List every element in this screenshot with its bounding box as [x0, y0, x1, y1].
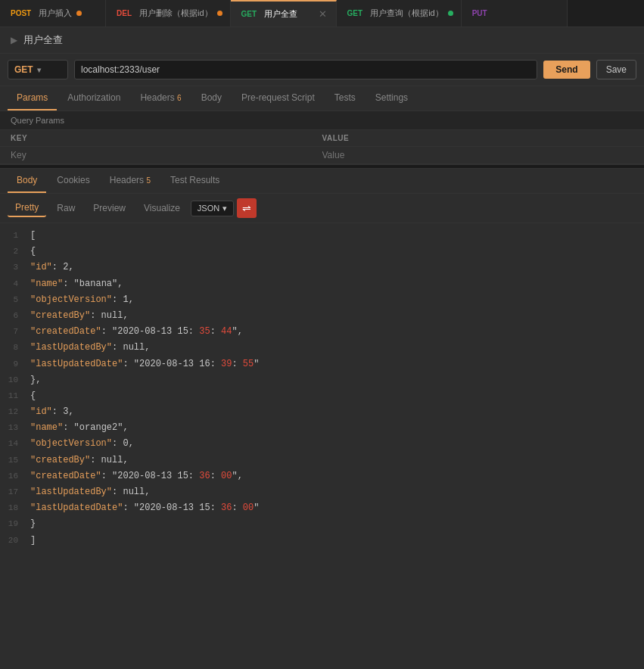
tab-tests-label: Tests: [334, 92, 356, 103]
tab-del-delete[interactable]: DEL 用户删除（根据id）: [106, 0, 231, 26]
resp-tab-headers-label: Headers 5: [110, 175, 151, 185]
resp-tab-testresults[interactable]: Test Results: [161, 169, 229, 193]
tab-get-all[interactable]: GET 用户全查 ✕: [231, 0, 337, 26]
tab-dot-insert: [76, 11, 82, 16]
tab-method-del: DEL: [114, 8, 135, 18]
tab-bar: POST 用户插入 DEL 用户删除（根据id） GET 用户全查 ✕ GET …: [0, 0, 644, 27]
format-select[interactable]: JSON ▾: [191, 201, 234, 216]
tab-method-post: POST: [8, 8, 34, 18]
tab-label-delete: 用户删除（根据id）: [139, 8, 213, 19]
tab-close-all[interactable]: ✕: [317, 8, 328, 20]
line-content: "createdDate": "2020-08-13 15: 36: 00",: [30, 469, 243, 484]
line-number: 12: [0, 406, 30, 419]
response-tabs: Body Cookies Headers 5 Test Results: [0, 169, 644, 194]
fmt-preview-label: Preview: [93, 203, 126, 213]
line-number: 10: [0, 374, 30, 387]
line-number: 17: [0, 486, 30, 499]
line-content: "lastUpdatedDate": "2020-08-13 16: 39: 5…: [30, 357, 259, 372]
resp-tab-body-label: Body: [17, 175, 37, 185]
line-number: 5: [0, 294, 30, 307]
resp-tab-testresults-label: Test Results: [170, 175, 219, 185]
resp-tab-body[interactable]: Body: [8, 169, 46, 193]
tab-params[interactable]: Params: [8, 86, 57, 110]
line-content: "objectVersion": 0,: [30, 437, 134, 451]
fmt-pretty-label: Pretty: [15, 202, 39, 213]
line-number: 18: [0, 502, 30, 515]
line-number: 15: [0, 454, 30, 468]
json-line: 8 "lastUpdatedBy": null,: [0, 340, 644, 356]
url-input[interactable]: [74, 60, 537, 79]
json-line: 11 {: [0, 388, 644, 404]
tab-body[interactable]: Body: [192, 86, 231, 110]
tab-get-byid[interactable]: GET 用户查询（根据id）: [337, 0, 462, 26]
tab-params-label: Params: [17, 92, 48, 103]
json-line: 18 "lastUpdatedDate": "2020-08-13 15: 36…: [0, 500, 644, 516]
line-number: 9: [0, 358, 30, 372]
json-line: 15 "createdBy": null,: [0, 453, 644, 468]
chevron-down-icon: ▾: [37, 66, 41, 74]
params-header: KEY VALUE: [0, 130, 644, 147]
line-number: 13: [0, 422, 30, 435]
fmt-raw-label: Raw: [57, 203, 75, 213]
line-content: }: [30, 517, 36, 531]
line-content: "createdBy": null,: [30, 453, 129, 468]
line-number: 3: [0, 261, 30, 275]
wrap-button[interactable]: ⇌: [237, 198, 257, 218]
json-line: 4 "name": "banana",: [0, 276, 644, 292]
json-line: 16 "createdDate": "2020-08-13 15: 36: 00…: [0, 468, 644, 484]
tab-post-insert[interactable]: POST 用户插入: [0, 0, 106, 26]
line-number: 8: [0, 341, 30, 355]
params-table: KEY VALUE: [0, 130, 644, 164]
param-value-input[interactable]: [322, 150, 634, 160]
tab-label-insert: 用户插入: [39, 8, 72, 19]
page-title: 用户全查: [23, 33, 63, 47]
param-key-input[interactable]: [11, 150, 322, 160]
line-content: [: [30, 229, 36, 243]
title-bar: ▶ 用户全查: [0, 27, 644, 54]
tab-headers-label: Headers 6: [140, 92, 181, 103]
line-content: "name": "orange2",: [30, 421, 129, 435]
line-content: "createdDate": "2020-08-13 15: 35: 44",: [30, 325, 243, 339]
line-content: "lastUpdatedDate": "2020-08-13 15: 36: 0…: [30, 501, 259, 515]
tab-put[interactable]: PUT: [462, 0, 568, 26]
line-number: 20: [0, 534, 30, 548]
tab-authorization[interactable]: Authorization: [58, 86, 129, 110]
format-chevron-icon: ▾: [222, 204, 227, 213]
send-button[interactable]: Send: [543, 61, 590, 79]
tab-prerequest[interactable]: Pre-request Script: [232, 86, 324, 110]
tab-prerequest-label: Pre-request Script: [241, 92, 315, 103]
save-button[interactable]: Save: [596, 60, 636, 79]
tab-body-label: Body: [201, 92, 222, 103]
line-number: 16: [0, 470, 30, 484]
fmt-tab-pretty[interactable]: Pretty: [8, 199, 46, 217]
line-number: 19: [0, 518, 30, 531]
tab-settings[interactable]: Settings: [366, 86, 417, 110]
line-content: {: [30, 389, 36, 403]
tab-label-byid: 用户查询（根据id）: [370, 8, 443, 19]
query-params-label: Query Params: [11, 116, 64, 125]
json-line: 13 "name": "orange2",: [0, 420, 644, 436]
line-number: 14: [0, 437, 30, 451]
tab-method-get-all: GET: [238, 9, 260, 19]
json-line: 9 "lastUpdatedDate": "2020-08-13 16: 39:…: [0, 356, 644, 372]
fmt-visualize-label: Visualize: [144, 203, 180, 213]
line-content: "id": 2,: [30, 260, 74, 275]
json-line: 7 "createdDate": "2020-08-13 15: 35: 44"…: [0, 324, 644, 340]
resp-tab-cookies[interactable]: Cookies: [48, 169, 98, 193]
resp-tab-headers[interactable]: Headers 5: [101, 169, 160, 193]
line-number: 2: [0, 245, 30, 259]
tab-dot-byid: [448, 11, 453, 16]
fmt-tab-raw[interactable]: Raw: [49, 200, 82, 216]
fmt-tab-preview[interactable]: Preview: [86, 200, 133, 216]
line-number: 6: [0, 310, 30, 323]
tab-tests[interactable]: Tests: [325, 86, 365, 110]
json-line: 12 "id": 3,: [0, 404, 644, 420]
fmt-tab-visualize[interactable]: Visualize: [136, 200, 188, 216]
line-number: 1: [0, 229, 30, 243]
method-select[interactable]: GET ▾: [8, 60, 68, 79]
json-line: 14 "objectVersion": 0,: [0, 436, 644, 452]
tab-method-put: PUT: [469, 8, 490, 18]
json-line: 1[: [0, 228, 644, 244]
tab-headers[interactable]: Headers 6: [131, 86, 190, 110]
query-params-section: Query Params: [0, 111, 644, 130]
